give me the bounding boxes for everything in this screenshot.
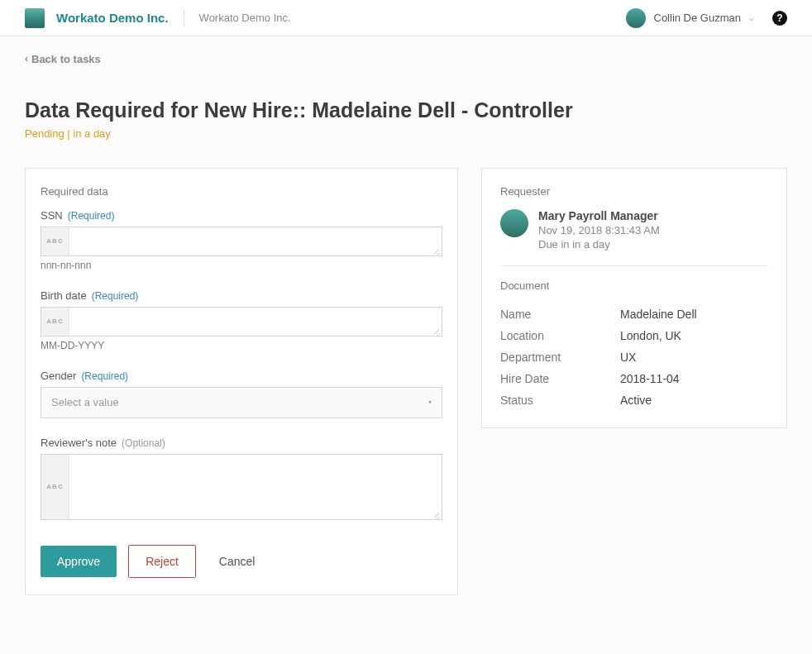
field-gender: Gender (Required) Select a value ▾ — [41, 370, 442, 418]
document-heading: Document — [500, 279, 768, 292]
chevron-left-icon: ‹ — [25, 53, 28, 64]
back-to-tasks-link[interactable]: ‹ Back to tasks — [25, 53, 101, 65]
requester-avatar — [500, 209, 528, 237]
field-birth-date: Birth date (Required) ABC MM-DD-YYYY — [41, 289, 442, 351]
back-link-label: Back to tasks — [31, 53, 101, 65]
doc-row-hire-date: Hire Date 2018-11-04 — [500, 368, 768, 389]
birth-help-text: MM-DD-YYYY — [41, 340, 442, 351]
doc-department-value: UX — [620, 351, 636, 364]
sidebar-card: Requester Mary Payroll Manager Nov 19, 2… — [481, 168, 787, 428]
doc-status-label: Status — [500, 394, 620, 407]
birth-label-row: Birth date (Required) — [41, 289, 442, 302]
birth-input-wrap: ABC — [41, 307, 442, 337]
doc-hire-date-value: 2018-11-04 — [620, 372, 680, 385]
ssn-input[interactable] — [69, 227, 442, 255]
gender-required-hint: (Required) — [81, 370, 128, 382]
cancel-button[interactable]: Cancel — [208, 546, 267, 577]
help-icon[interactable]: ? — [772, 11, 787, 26]
user-name[interactable]: Collin De Guzman — [654, 12, 742, 24]
ssn-input-wrap: ABC — [41, 227, 442, 256]
note-label-row: Reviewer's note (Optional) — [41, 437, 442, 449]
requester-timestamp: Nov 19, 2018 8:31:43 AM — [538, 224, 660, 236]
ssn-help-text: nnn-nn-nnn — [41, 260, 442, 271]
gender-label: Gender — [41, 370, 76, 382]
doc-row-name: Name Madelaine Dell — [500, 303, 768, 325]
note-input-wrap: ABC — [41, 454, 442, 520]
org-logo — [25, 8, 45, 28]
topbar: Workato Demo Inc. Workato Demo Inc. Coll… — [0, 0, 812, 36]
reviewer-note-input[interactable] — [69, 455, 442, 519]
org-subname: Workato Demo Inc. — [199, 12, 291, 24]
topbar-right: Collin De Guzman ⌵ ? — [626, 8, 788, 28]
doc-hire-date-label: Hire Date — [500, 372, 620, 385]
doc-name-label: Name — [500, 308, 620, 321]
doc-row-status: Status Active — [500, 389, 768, 411]
input-type-badge: ABC — [41, 455, 69, 519]
content-row: Required data SSN (Required) ABC nnn-nn-… — [25, 168, 787, 595]
doc-status-value: Active — [620, 394, 652, 407]
birth-label: Birth date — [41, 289, 87, 302]
chevron-down-icon: ▾ — [428, 399, 432, 406]
doc-row-department: Department UX — [500, 346, 768, 368]
field-reviewer-note: Reviewer's note (Optional) ABC — [41, 437, 442, 520]
approve-button[interactable]: Approve — [41, 546, 117, 577]
topbar-left: Workato Demo Inc. Workato Demo Inc. — [25, 8, 291, 28]
birth-required-hint: (Required) — [92, 290, 139, 302]
reject-button[interactable]: Reject — [128, 545, 196, 578]
page-title: Data Required for New Hire:: Madelaine D… — [25, 98, 787, 122]
action-row: Approve Reject Cancel — [41, 545, 442, 578]
divider — [500, 265, 768, 266]
chevron-down-icon[interactable]: ⌵ — [749, 13, 754, 22]
gender-placeholder: Select a value — [51, 396, 119, 408]
form-card: Required data SSN (Required) ABC nnn-nn-… — [25, 168, 458, 595]
divider — [184, 10, 184, 26]
page-body: ‹ Back to tasks Data Required for New Hi… — [0, 36, 812, 628]
user-avatar — [626, 8, 646, 28]
requester-heading: Requester — [500, 185, 768, 198]
doc-location-value: London, UK — [620, 329, 681, 342]
gender-select[interactable]: Select a value ▾ — [41, 387, 442, 418]
ssn-label-row: SSN (Required) — [41, 209, 442, 222]
doc-name-value: Madelaine Dell — [620, 308, 697, 321]
doc-department-label: Department — [500, 351, 620, 364]
gender-label-row: Gender (Required) — [41, 370, 442, 382]
doc-row-location: Location London, UK — [500, 325, 768, 346]
requester-name: Mary Payroll Manager — [538, 209, 660, 222]
input-type-badge: ABC — [41, 308, 69, 336]
ssn-label: SSN — [41, 209, 63, 222]
ssn-required-hint: (Required) — [68, 210, 115, 222]
requester-due: Due in in a day — [538, 238, 660, 251]
note-optional-hint: (Optional) — [122, 437, 165, 449]
status-line: Pending | in a day — [25, 127, 787, 140]
requester-row: Mary Payroll Manager Nov 19, 2018 8:31:4… — [500, 209, 768, 251]
input-type-badge: ABC — [41, 227, 69, 255]
birth-input[interactable] — [69, 308, 442, 336]
requester-info: Mary Payroll Manager Nov 19, 2018 8:31:4… — [538, 209, 660, 251]
form-heading: Required data — [41, 185, 442, 198]
doc-location-label: Location — [500, 329, 620, 342]
note-label: Reviewer's note — [41, 437, 117, 449]
field-ssn: SSN (Required) ABC nnn-nn-nnn — [41, 209, 442, 271]
org-name[interactable]: Workato Demo Inc. — [56, 11, 169, 25]
